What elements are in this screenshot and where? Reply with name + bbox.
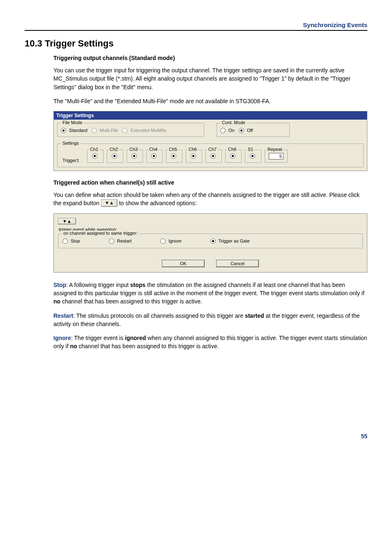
cont-mode-legend: Cont. Mode xyxy=(220,120,247,125)
radio-icon xyxy=(131,153,137,159)
radio-icon xyxy=(239,128,244,133)
opt-stop[interactable]: Stop xyxy=(62,238,80,244)
radio-icon xyxy=(210,238,216,244)
paragraph-1: You can use the trigger input for trigge… xyxy=(53,66,367,91)
dialog-titlebar: Trigger Settings xyxy=(54,111,367,120)
expand-icon-inline: ▼▲ xyxy=(101,199,118,207)
sweep-legend: on channel assigned to same trigger: xyxy=(62,231,139,236)
def-ignore: Ignore: The trigger event is ignored whe… xyxy=(53,334,367,351)
radio-icon xyxy=(191,153,196,159)
ch4-box[interactable]: Ch4 xyxy=(146,150,163,163)
opt-ignore[interactable]: Ignore xyxy=(160,238,181,244)
def-restart: Restart: The stimulus protocols on all c… xyxy=(53,312,367,328)
ch6-box[interactable]: Ch6 xyxy=(186,150,202,163)
file-mode-standard[interactable]: Standard xyxy=(61,127,88,133)
radio-icon xyxy=(210,153,216,159)
chapter-title: Synchronizing Events xyxy=(25,21,367,31)
opt-trigger-as-gate[interactable]: Trigger as Gate xyxy=(210,238,250,244)
triggered-action-dialog: ▼▲ trigger event while sweeping: on chan… xyxy=(53,213,367,273)
page-number: 55 xyxy=(25,433,367,439)
radio-icon xyxy=(151,153,157,159)
ch8-box[interactable]: Ch8 xyxy=(225,150,242,163)
radio-icon xyxy=(160,238,166,244)
trigger-settings-dialog: Trigger Settings File Mode Standard Mult… xyxy=(53,111,367,171)
radio-icon xyxy=(250,153,255,159)
radio-icon xyxy=(171,153,176,159)
settings-legend: Settings xyxy=(61,141,81,146)
repeat-box: Repeat xyxy=(265,150,288,163)
s1-box[interactable]: S1 xyxy=(245,150,261,163)
def-stop: Stop: A following trigger input stops th… xyxy=(53,281,367,306)
radio-icon xyxy=(122,128,127,133)
sweep-group: on channel assigned to same trigger: Sto… xyxy=(58,234,363,248)
ch7-box[interactable]: Ch7 xyxy=(205,150,222,163)
radio-icon xyxy=(62,238,68,244)
repeat-input[interactable] xyxy=(269,153,284,160)
radio-icon xyxy=(61,128,66,133)
ok-button[interactable]: OK xyxy=(162,260,205,267)
ch2-box[interactable]: Ch2 xyxy=(107,150,123,163)
radio-icon xyxy=(112,153,117,159)
section-heading: 10.3 Trigger Settings xyxy=(25,38,367,49)
subheading-triggered-action: Triggered action when channel(s) still a… xyxy=(53,179,367,186)
settings-group: Settings Trigger1 Ch1 Ch2 Ch3 Ch4 Ch5 Ch… xyxy=(57,143,364,167)
file-mode-legend: File Mode xyxy=(61,120,84,125)
radio-icon xyxy=(220,128,226,133)
file-mode-multifile: Multi-File xyxy=(92,127,118,133)
paragraph-3: You can define what action should be tak… xyxy=(53,191,367,208)
subheading-standard-mode: Triggering output channels (Standard mod… xyxy=(53,55,367,61)
file-mode-extended: Extended Multifile xyxy=(122,127,166,133)
cont-mode-on[interactable]: On xyxy=(220,127,235,133)
ch1-box[interactable]: Ch1 xyxy=(87,150,104,163)
expand-button[interactable]: ▼▲ xyxy=(58,218,76,224)
ch5-box[interactable]: Ch5 xyxy=(166,150,182,163)
radio-icon xyxy=(92,153,97,159)
radio-icon xyxy=(230,153,235,159)
ch3-box[interactable]: Ch3 xyxy=(127,150,143,163)
radio-icon xyxy=(109,238,114,244)
paragraph-2: The "Multi-File" and the "Extended Multi… xyxy=(53,97,367,105)
trigger-row-label: Trigger1 xyxy=(62,158,84,163)
opt-restart[interactable]: Restart xyxy=(109,238,132,244)
file-mode-group: File Mode Standard Multi-File Extende xyxy=(57,123,204,137)
radio-icon xyxy=(92,128,97,133)
cont-mode-group: Cont. Mode On Off xyxy=(217,123,290,137)
cont-mode-off[interactable]: Off xyxy=(239,127,253,133)
cancel-button[interactable]: Cancel xyxy=(216,260,259,267)
